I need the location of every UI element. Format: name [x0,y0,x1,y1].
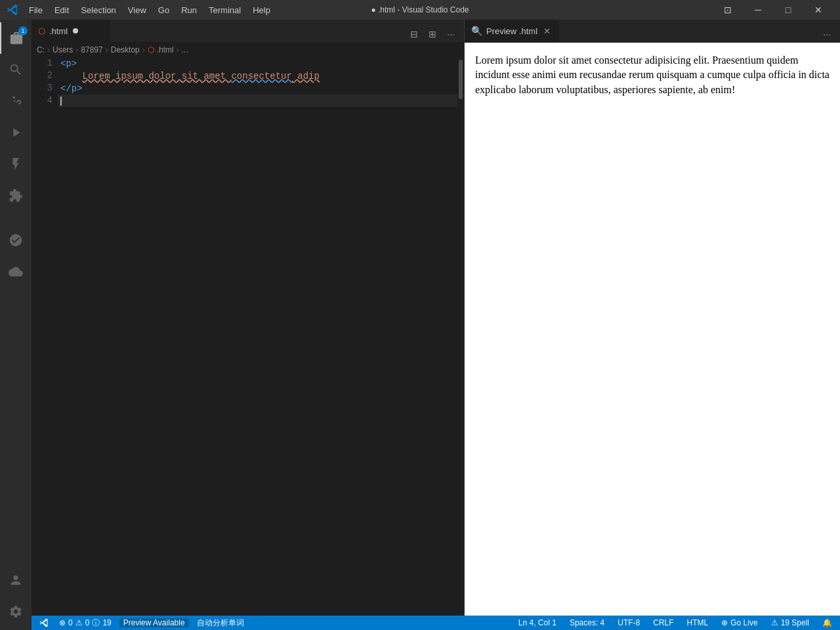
status-chinese[interactable]: 自动分析单词 [194,618,247,629]
spell-warning-icon: ⚠ [771,618,778,627]
spell-text: 19 Spell [781,618,809,627]
menu-edit[interactable]: Edit [49,4,74,16]
activity-run-debug[interactable] [0,117,32,148]
maximize-button[interactable]: □ [773,0,803,20]
token-lorem: Lorem ipsum dolor sit amet [83,71,232,81]
language-text: HTML [687,618,709,627]
menu-run[interactable]: Run [176,4,202,16]
activity-source-control[interactable] [0,85,32,117]
status-position[interactable]: Ln 4, Col 1 [516,618,559,627]
dirty-indicator [73,28,78,33]
editor-area: ⬡ .html ⊟ ⊞ ··· C: › Users › [32,20,840,630]
breadcrumb-desktop[interactable]: Desktop [111,45,140,54]
token-adip: adip [292,71,320,81]
activity-source-control-2[interactable] [0,224,32,256]
status-notifications[interactable]: 🔔 [820,618,835,627]
code-line-3: </p> [58,82,457,94]
code-line-2: Lorem ipsum dolor sit amet consectetur a… [58,70,457,82]
status-line-ending[interactable]: CRLF [650,618,676,627]
preview-tab[interactable]: 🔍 Preview .html ✕ [465,20,559,42]
line-num-2: 2 [37,70,52,82]
split-editor-btn[interactable]: ⊟ [406,26,422,42]
editor-pane-right: 🔍 Preview .html ✕ ··· Lorem ipsum dolor … [465,20,840,616]
line-num-4: 4 [37,94,52,107]
warning-count: 0 [85,618,90,627]
preview-text: Lorem ipsum dolor sit amet consectetur a… [475,53,830,97]
status-left: ⊗ 0 ⚠ 0 ⓘ 19 Preview Available 自动分析单词 [37,618,247,629]
line-numbers: 1 2 3 4 [32,57,58,616]
breadcrumb: C: › Users › 87897 › Desktop › ⬡ .html ›… [32,43,464,57]
layout-icon[interactable]: ⊡ [713,0,743,20]
code-content[interactable]: <p> Lorem ipsum dolor sit amet consectet… [58,57,457,616]
status-bar: ⊗ 0 ⚠ 0 ⓘ 19 Preview Available 自动分析单词 Ln… [32,616,840,630]
vscode-status[interactable] [37,618,51,627]
titlebar-title: ● .html - Visual Studio Code [371,5,469,14]
preview-tab-close[interactable]: ✕ [541,26,552,36]
breadcrumb-dots[interactable]: ... [182,45,188,54]
token-consectetur: consectetur [231,71,291,81]
preview-available-text: Preview Available [123,618,185,627]
menu-go[interactable]: Go [153,4,175,16]
breadcrumb-users[interactable]: Users [52,45,73,54]
main-layout: 1 [0,20,840,630]
status-go-live[interactable]: ⊕ Go Live [719,618,760,627]
status-spell[interactable]: ⚠ 19 Spell [768,618,812,627]
info-icon: ⓘ [92,618,100,629]
breadcrumb-user[interactable]: 87897 [81,45,102,54]
code-editor[interactable]: 1 2 3 4 <p> Lorem ipsum dolor sit amet c… [32,57,464,616]
preview-tab-bar: 🔍 Preview .html ✕ ··· [465,20,840,43]
tab-html[interactable]: ⬡ .html [32,20,110,42]
activity-search[interactable] [0,54,32,85]
status-spaces[interactable]: Spaces: 4 [567,618,607,627]
editor-scrollbar[interactable] [457,57,464,616]
status-language[interactable]: HTML [684,618,711,627]
menu-view[interactable]: View [123,4,152,16]
status-encoding[interactable]: UTF-8 [615,618,642,627]
breadcrumb-html-icon: ⬡ [148,45,154,54]
activity-cloud[interactable] [0,256,32,287]
tab-filename: .html [49,26,68,36]
titlebar-controls: ⊡ ─ □ ✕ [713,0,833,20]
menu-terminal[interactable]: Terminal [203,4,246,16]
minimize-button[interactable]: ─ [743,0,773,20]
activity-testing[interactable] [0,148,32,180]
activity-extensions[interactable] [0,180,32,211]
split-right-btn[interactable]: ⊞ [425,26,440,42]
files-badge: 1 [18,26,28,35]
menu-selection[interactable]: Selection [75,4,121,16]
warning-icon: ⚠ [75,618,83,627]
editor-content: ⬡ .html ⊟ ⊞ ··· C: › Users › [32,20,840,616]
scrollbar-thumb [459,60,463,99]
spaces-text: Spaces: 4 [570,618,604,627]
status-errors[interactable]: ⊗ 0 ⚠ 0 ⓘ 19 [56,618,114,629]
vscode-logo [7,4,18,16]
breadcrumb-c[interactable]: C: [37,45,45,54]
bell-icon: 🔔 [822,618,832,627]
code-line-1: <p> [58,57,457,70]
token-open-p: <p> [60,58,77,69]
encoding-text: UTF-8 [618,618,640,627]
html-icon: ⬡ [38,26,45,36]
breadcrumb-file[interactable]: .html [157,45,174,54]
error-count: 0 [68,618,73,627]
preview-icon: 🔍 [471,26,482,36]
titlebar: File Edit Selection View Go Run Terminal… [0,0,840,20]
activity-account[interactable] [0,564,32,596]
menu-file[interactable]: File [24,4,48,16]
activity-settings[interactable] [0,596,32,627]
line-num-1: 1 [37,57,52,70]
line-num-3: 3 [37,82,52,94]
status-preview-available[interactable]: Preview Available [119,618,189,627]
preview-more-btn[interactable]: ··· [819,26,835,42]
token-close-p: </p> [60,83,83,94]
more-actions-btn[interactable]: ··· [443,26,459,42]
close-button[interactable]: ✕ [803,0,833,20]
editor-pane-left: ⬡ .html ⊟ ⊞ ··· C: › Users › [32,20,465,616]
text-cursor [60,96,62,106]
go-live-icon: ⊕ [721,618,728,627]
code-line-4 [58,94,457,107]
menu-help[interactable]: Help [247,4,276,16]
preview-tab-title: Preview .html [486,26,537,36]
tab-actions-left: ⊟ ⊞ ··· [401,26,464,42]
activity-files[interactable]: 1 [0,22,32,54]
